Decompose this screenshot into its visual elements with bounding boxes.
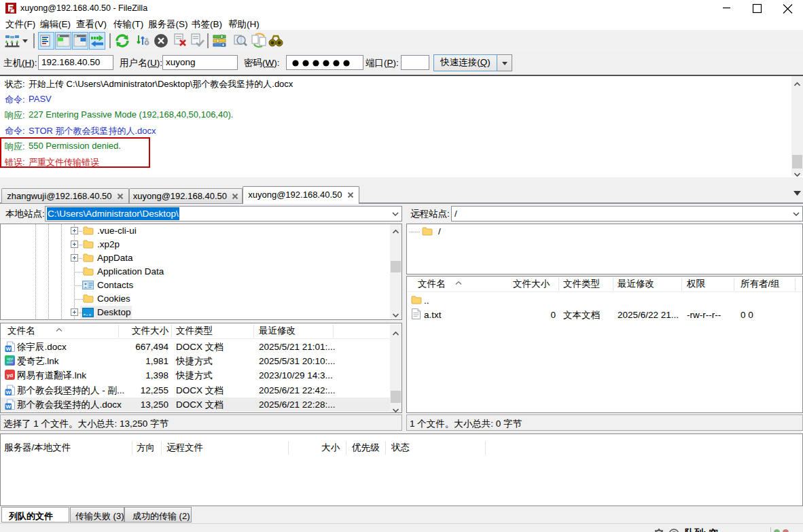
svg-text:W: W: [6, 404, 12, 410]
svg-text:W: W: [6, 346, 12, 352]
svg-text:iqiyi: iqiyi: [7, 357, 13, 361]
svg-text:W: W: [6, 389, 12, 395]
svg-text:yd: yd: [7, 372, 13, 378]
